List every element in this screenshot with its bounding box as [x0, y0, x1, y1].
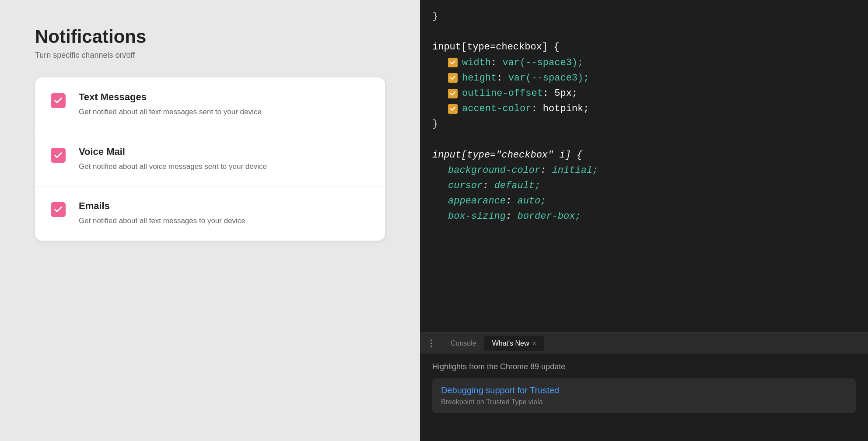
devtools-checkbox-width[interactable] — [448, 58, 458, 67]
code-prop-accent: accent-color: hotpink; — [448, 101, 856, 116]
code-line: } — [432, 9, 856, 24]
code-colon: : — [531, 101, 542, 116]
page-title: Notifications — [35, 26, 385, 47]
dot — [430, 343, 432, 344]
notification-card: Text Messages Get notified about all tex… — [35, 77, 385, 241]
code-prop-name: accent-color — [462, 101, 531, 116]
code-colon: : — [491, 55, 502, 70]
code-prop-val-italic: initial; — [552, 163, 598, 178]
notifications-panel: Notifications Turn specific channels on/… — [0, 0, 420, 441]
code-prop-name: outline-offset — [462, 86, 543, 101]
devtools-checkbox-accent[interactable] — [448, 104, 458, 114]
code-blank2 — [432, 132, 856, 147]
more-tabs-button[interactable] — [427, 339, 436, 348]
checkmark-icon — [53, 150, 63, 160]
code-prop-val: var(--space3); — [508, 70, 589, 86]
code-brace-text: } — [432, 116, 438, 132]
whats-new-card-subtitle: Breakpoint on Trusted Type viola — [441, 398, 847, 406]
code-prop-name: height — [462, 70, 497, 86]
checkbox-emails[interactable] — [51, 202, 66, 218]
devtools-panel: } input[type=checkbox] { width: var(--sp… — [420, 0, 868, 441]
code-prop-val-italic: default; — [494, 178, 541, 193]
devtools-bottom-bar: Console What's New × — [420, 332, 868, 354]
code-prop-val: 5px; — [554, 86, 578, 101]
code-prop-val: hotpink; — [543, 101, 589, 116]
code-prop-name-italic: cursor — [448, 178, 483, 193]
code-selector-1: input[type=checkbox] { — [432, 39, 856, 55]
notification-item-emails: Emails Get notified about all text messa… — [35, 186, 385, 241]
tab-console[interactable]: Console — [443, 336, 484, 351]
code-prop-val-italic: auto; — [517, 193, 546, 209]
whats-new-intro: Highlights from the Chrome 89 update — [432, 362, 856, 371]
code-colon-italic: : — [540, 163, 552, 178]
code-prop-name-italic: appearance — [448, 193, 506, 209]
checkmark-icon — [53, 96, 63, 105]
tab-whats-new[interactable]: What's New × — [484, 336, 544, 351]
emails-title: Emails — [79, 200, 369, 212]
code-prop-val-italic: border-box; — [517, 209, 581, 224]
text-messages-content: Text Messages Get notified about all tex… — [79, 91, 369, 118]
whats-new-card[interactable]: Debugging support for Trusted Breakpoint… — [432, 378, 856, 413]
text-messages-title: Text Messages — [79, 91, 369, 103]
notification-item-text-messages: Text Messages Get notified about all tex… — [35, 77, 385, 132]
code-prop-name-italic: box-sizing — [448, 209, 506, 224]
devtools-checkbox-height[interactable] — [448, 73, 458, 83]
code-colon-italic: : — [483, 178, 494, 193]
emails-content: Emails Get notified about all text messa… — [79, 200, 369, 227]
emails-desc: Get notified about all text messages to … — [79, 215, 369, 227]
code-prop-cursor: cursor: default; — [448, 178, 856, 193]
whats-new-card-title: Debugging support for Trusted — [441, 385, 847, 396]
voice-mail-content: Voice Mail Get notified about all voice … — [79, 146, 369, 172]
voice-mail-desc: Get notified about all voice messages se… — [79, 161, 369, 172]
text-messages-desc: Get notified about all text messages sen… — [79, 106, 369, 118]
code-brace-close: } — [432, 116, 856, 132]
dot — [430, 346, 432, 347]
code-prop-width: width: var(--space3); — [448, 55, 856, 70]
code-colon-italic: : — [506, 209, 517, 224]
checkbox-voice-mail[interactable] — [51, 148, 66, 164]
code-colon-italic: : — [506, 193, 517, 209]
dot — [430, 340, 432, 341]
checkmark-icon — [53, 205, 63, 214]
code-colon: : — [543, 86, 554, 101]
code-prop-outline: outline-offset: 5px; — [448, 86, 856, 101]
code-colon: : — [497, 70, 508, 86]
code-prop-val: var(--space3); — [502, 55, 583, 70]
close-tab-icon[interactable]: × — [533, 340, 536, 347]
code-prop-height: height: var(--space3); — [448, 70, 856, 86]
code-area: } input[type=checkbox] { width: var(--sp… — [420, 0, 868, 332]
code-selector-text: input[type=checkbox] { — [432, 39, 559, 55]
code-prop-boxsizing: box-sizing: border-box; — [448, 209, 856, 224]
code-prop-name-italic: background-color — [448, 163, 540, 178]
code-prop-bg: background-color: initial; — [448, 163, 856, 178]
devtools-checkbox-outline[interactable] — [448, 89, 458, 98]
notification-item-voice-mail: Voice Mail Get notified about all voice … — [35, 132, 385, 187]
code-selector-2: input[type="checkbox" i] { — [432, 147, 856, 163]
whats-new-label: What's New — [492, 340, 529, 347]
page-subtitle: Turn specific channels on/off — [35, 51, 385, 60]
code-blank — [432, 24, 856, 39]
code-prop-appearance: appearance: auto; — [448, 193, 856, 209]
checkbox-text-messages[interactable] — [51, 93, 66, 109]
code-prop-name: width — [462, 55, 491, 70]
whats-new-panel: Highlights from the Chrome 89 update Deb… — [420, 354, 868, 441]
voice-mail-title: Voice Mail — [79, 146, 369, 158]
code-selector-italic: input[type="checkbox" i] { — [432, 147, 582, 163]
code-brace: } — [432, 9, 438, 24]
